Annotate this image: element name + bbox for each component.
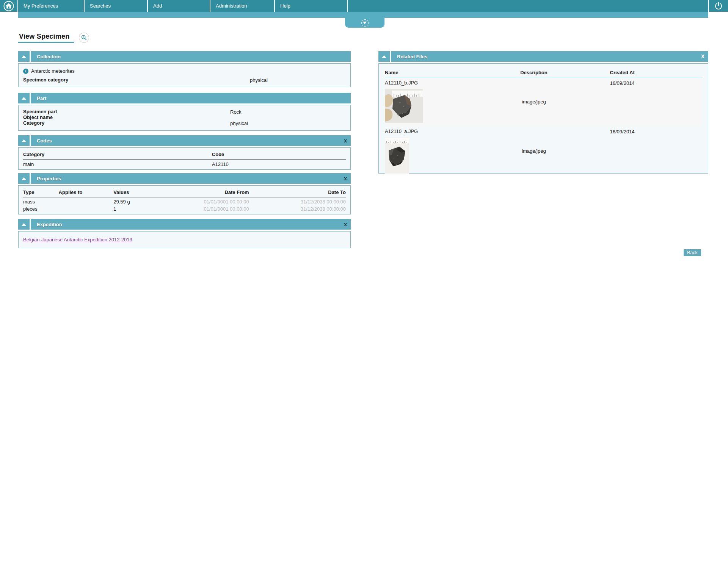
- codes-panel-body: Category Code main A12110: [18, 147, 351, 170]
- top-navbar: My Preferences Searches Add Administrati…: [0, 0, 728, 12]
- codes-panel-header: Codes x: [18, 135, 351, 146]
- properties-table-row: mass 29.59 g 01/01/0001 00:00:00 31/12/2…: [23, 197, 346, 205]
- rf-spacer: [569, 70, 610, 75]
- main-menu: My Preferences Searches Add Administrati…: [18, 0, 348, 12]
- expedition-panel-body: Belgian-Japanese Antarctic Expedition 20…: [18, 231, 351, 248]
- related-files-panel-body: Name Description Created At A12110_b.JPG: [378, 63, 708, 174]
- collapse-related-files-button[interactable]: [378, 51, 391, 62]
- page-title-row: View Specimen a: [18, 33, 89, 43]
- nav-searches[interactable]: Searches: [85, 0, 148, 12]
- close-related-files-icon[interactable]: X: [701, 54, 708, 59]
- prop-date-from: 01/01/0001 00:00:00: [168, 206, 249, 212]
- rf-col-created-at: Created At: [610, 70, 702, 75]
- file-thumbnail-image[interactable]: [385, 89, 423, 123]
- file-mime-type: image/jpeg: [522, 148, 546, 154]
- specimen-category-row: Specimen category physical: [23, 77, 346, 83]
- properties-table-row: pieces 1 01/01/0001 00:00:00 31/12/2038 …: [23, 205, 346, 212]
- info-icon: i: [23, 69, 28, 74]
- specimen-part-value: Rock: [230, 109, 242, 115]
- menu-pull-tab[interactable]: [345, 18, 384, 28]
- page-title: View Specimen: [18, 33, 74, 43]
- close-properties-icon[interactable]: x: [344, 176, 351, 181]
- props-col-date-from: Date From: [168, 189, 249, 195]
- preview-zoom-button[interactable]: a: [79, 33, 89, 43]
- props-col-date-to: Date To: [249, 189, 346, 195]
- collapse-codes-button[interactable]: [18, 135, 31, 146]
- nav-add[interactable]: Add: [148, 0, 210, 12]
- collapse-expedition-button[interactable]: [18, 219, 31, 230]
- prop-date-to: 31/12/2038 00:00:00: [249, 206, 346, 212]
- props-col-values: Values: [113, 189, 168, 195]
- rf-col-name: Name: [385, 70, 499, 75]
- collection-panel-header: Collection: [18, 51, 351, 62]
- rf-spacer: [569, 128, 610, 174]
- properties-table-header: Type Applies to Values Date From Date To: [23, 189, 346, 197]
- prop-type: pieces: [23, 206, 59, 212]
- nav-administration[interactable]: Administration: [210, 0, 275, 12]
- rf-spacer: [569, 80, 610, 123]
- expedition-link[interactable]: Belgian-Japanese Antarctic Expedition 20…: [23, 237, 132, 242]
- application-window: My Preferences Searches Add Administrati…: [0, 0, 728, 585]
- properties-panel-header: Properties x: [18, 173, 351, 184]
- rf-description-cell: image/jpeg: [499, 128, 569, 174]
- arrow-up-icon: [22, 55, 26, 58]
- close-codes-icon[interactable]: x: [344, 138, 351, 143]
- collection-info-row: i Antarctic meteorites: [23, 68, 346, 74]
- specimen-part-label: Specimen part: [23, 109, 57, 114]
- related-file-row: A12110_a.JPG: [385, 127, 702, 177]
- logout-button[interactable]: [708, 0, 728, 12]
- collapse-part-button[interactable]: [18, 93, 31, 103]
- chevron-down-icon: [361, 19, 369, 27]
- related-files-panel-title: Related Files: [397, 54, 427, 59]
- related-files-panel-header: Related Files X: [378, 51, 708, 62]
- properties-panel: Properties x Type Applies to Values Date…: [18, 173, 351, 214]
- collapse-collection-button[interactable]: [18, 51, 31, 62]
- nav-my-preferences[interactable]: My Preferences: [18, 0, 85, 12]
- collection-name: Antarctic meteorites: [31, 68, 75, 74]
- part-panel-body: Specimen part Rock Object name Category …: [18, 105, 351, 131]
- collection-panel: Collection i Antarctic meteorites Specim…: [18, 51, 351, 87]
- category-value: physical: [230, 120, 248, 126]
- prop-date-to: 31/12/2038 00:00:00: [249, 199, 346, 205]
- svg-text:a: a: [83, 36, 84, 38]
- props-col-applies-to: Applies to: [59, 189, 114, 195]
- category-label: Category: [23, 120, 44, 126]
- nav-help[interactable]: Help: [275, 0, 348, 12]
- rf-description-cell: image/jpeg: [499, 80, 569, 123]
- arrow-up-icon: [22, 223, 26, 226]
- codes-panel-title: Codes: [37, 138, 52, 144]
- code-value: A12110: [212, 161, 346, 167]
- file-thumbnail-image[interactable]: [385, 138, 409, 174]
- rf-name-cell: A12110_b.JPG: [385, 80, 499, 123]
- file-name: A12110_a.JPG: [385, 128, 499, 134]
- back-button[interactable]: Back: [684, 249, 701, 256]
- home-button[interactable]: [0, 0, 18, 12]
- properties-panel-body: Type Applies to Values Date From Date To…: [18, 185, 351, 214]
- prop-applies-to: [59, 199, 114, 205]
- prop-type: mass: [23, 199, 59, 205]
- category-row: Category physical: [23, 120, 346, 126]
- part-panel: Part Specimen part Rock Object name Cate…: [18, 93, 351, 131]
- part-panel-title: Part: [37, 95, 46, 101]
- props-col-type: Type: [23, 189, 59, 195]
- properties-panel-title: Properties: [37, 176, 61, 181]
- prop-date-from: 01/01/0001 00:00:00: [168, 199, 249, 205]
- codes-table-row: main A12110: [23, 160, 346, 167]
- specimen-category-value: physical: [250, 77, 268, 83]
- arrow-up-icon: [22, 97, 26, 100]
- arrow-up-icon: [382, 55, 386, 58]
- expedition-panel-title: Expedition: [37, 222, 62, 227]
- collapse-properties-button[interactable]: [18, 173, 31, 184]
- close-expedition-icon[interactable]: x: [344, 222, 351, 227]
- power-icon: [714, 2, 723, 11]
- object-name-row: Object name: [23, 114, 346, 120]
- code-category-value: main: [23, 161, 212, 167]
- codes-table-header: Category Code: [23, 152, 346, 160]
- navbar-spacer: [348, 0, 708, 12]
- specimen-part-row: Specimen part Rock: [23, 109, 346, 114]
- prop-values: 29.59 g: [113, 199, 168, 205]
- collection-panel-body: i Antarctic meteorites Specimen category…: [18, 63, 351, 87]
- rf-col-description: Description: [499, 70, 569, 75]
- file-created-at: 16/09/2014: [610, 128, 702, 174]
- related-files-table-header: Name Description Created At: [385, 67, 702, 78]
